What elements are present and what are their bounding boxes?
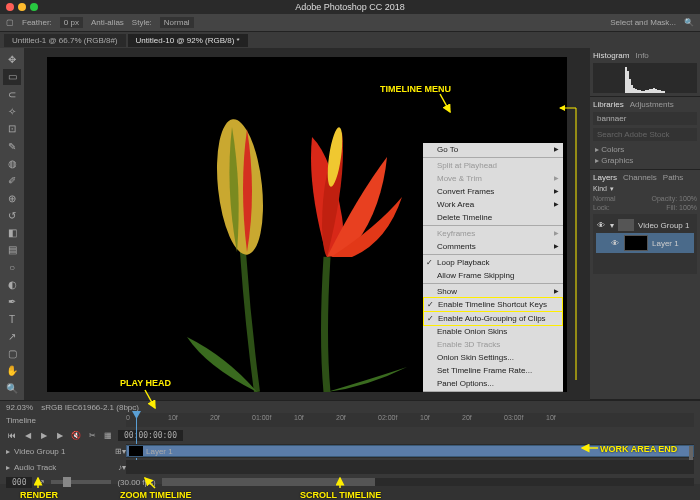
blur-tool-icon[interactable]: ○ bbox=[3, 260, 21, 275]
tab-info[interactable]: Info bbox=[635, 51, 648, 60]
history-brush-icon[interactable]: ↺ bbox=[3, 208, 21, 223]
menu-item[interactable]: Enable Timeline Shortcut Keys bbox=[424, 298, 562, 311]
work-area-end-handle[interactable] bbox=[689, 446, 693, 460]
eyedropper-tool-icon[interactable]: ✎ bbox=[3, 138, 21, 153]
opt-select-mask[interactable]: Select and Mask... bbox=[610, 18, 676, 27]
heal-tool-icon[interactable]: ◍ bbox=[3, 156, 21, 171]
library-section-colors[interactable]: ▸ Colors bbox=[593, 144, 697, 155]
video-track[interactable]: Layer 1 bbox=[126, 444, 694, 458]
menu-item[interactable]: Enable Onion Skins bbox=[423, 325, 563, 338]
opt-style-value[interactable]: Normal bbox=[160, 17, 194, 28]
home-icon[interactable]: ▢ bbox=[6, 18, 14, 27]
tab-libraries[interactable]: Libraries bbox=[593, 100, 624, 109]
crop-tool-icon[interactable]: ⊡ bbox=[3, 121, 21, 136]
tab-adjustments[interactable]: Adjustments bbox=[630, 100, 674, 109]
zoom-tool-icon[interactable]: 🔍 bbox=[3, 381, 21, 396]
tab-layers[interactable]: Layers bbox=[593, 173, 617, 182]
tab-histogram[interactable]: Histogram bbox=[593, 51, 629, 60]
opt-feather-value[interactable]: 0 px bbox=[60, 17, 83, 28]
brush-tool-icon[interactable]: ✐ bbox=[3, 173, 21, 188]
menu-item[interactable]: Allow Frame Skipping bbox=[423, 269, 563, 282]
status-zoom[interactable]: 92.03% bbox=[6, 403, 33, 412]
chevron-right-icon[interactable]: ▸ bbox=[6, 447, 10, 456]
prev-frame-button[interactable]: ◀ bbox=[22, 429, 34, 441]
eraser-tool-icon[interactable]: ◧ bbox=[3, 225, 21, 240]
menu-item: Enable 3D Tracks bbox=[423, 338, 563, 351]
menu-item[interactable]: Set Timeline Frame Rate... bbox=[423, 364, 563, 377]
hand-tool-icon[interactable]: ✋ bbox=[3, 363, 21, 378]
group-name[interactable]: Video Group 1 bbox=[638, 221, 689, 230]
first-frame-button[interactable]: ⏮ bbox=[6, 429, 18, 441]
menu-item[interactable]: Panel Options... bbox=[423, 377, 563, 390]
menu-item[interactable]: Work Area bbox=[423, 198, 563, 211]
layer-name[interactable]: Layer 1 bbox=[652, 239, 679, 248]
histogram-graph bbox=[593, 63, 697, 93]
tab-channels[interactable]: Channels bbox=[623, 173, 657, 182]
timecode[interactable]: 00:00:00:00 bbox=[118, 430, 183, 441]
menu-item[interactable]: Enable Auto-Grouping of Clips bbox=[424, 312, 562, 325]
marquee-tool-icon[interactable]: ▭ bbox=[3, 69, 21, 84]
fill-value[interactable]: 100% bbox=[679, 204, 697, 211]
layer-group-row[interactable]: 👁 ▾ Video Group 1 bbox=[596, 217, 694, 233]
opt-antialias[interactable]: Anti-alias bbox=[91, 18, 124, 27]
menu-item[interactable]: Comments bbox=[423, 240, 563, 253]
clip-thumbnail bbox=[129, 446, 143, 456]
stamp-tool-icon[interactable]: ⊕ bbox=[3, 190, 21, 205]
tab-doc-1[interactable]: Untitled-1 @ 66.7% (RGB/8#) bbox=[4, 34, 126, 47]
library-selector[interactable]: bannaer bbox=[593, 112, 697, 125]
audio-track-label[interactable]: Audio Track bbox=[14, 463, 56, 472]
chevron-right-icon[interactable]: ▸ bbox=[6, 463, 10, 472]
toolbox: ✥ ▭ ⊂ ✧ ⊡ ✎ ◍ ✐ ⊕ ↺ ◧ ▤ ○ ◐ ✒ T ↗ ▢ ✋ 🔍 bbox=[0, 48, 24, 400]
lasso-tool-icon[interactable]: ⊂ bbox=[3, 87, 21, 102]
layer-filter-icon[interactable]: ▾ bbox=[610, 185, 614, 193]
play-button[interactable]: ▶ bbox=[38, 429, 50, 441]
wand-tool-icon[interactable]: ✧ bbox=[3, 104, 21, 119]
type-tool-icon[interactable]: T bbox=[3, 311, 21, 326]
timeline-ruler[interactable]: 010f20f01:00f10f20f02:00f10f20f03:00f10f bbox=[126, 413, 694, 427]
maximize-window-button[interactable] bbox=[30, 3, 38, 11]
transition-button[interactable]: ▦ bbox=[102, 429, 114, 441]
blend-mode[interactable]: Normal bbox=[593, 195, 616, 202]
opacity-value[interactable]: 100% bbox=[679, 195, 697, 202]
gradient-tool-icon[interactable]: ▤ bbox=[3, 242, 21, 257]
render-button[interactable]: ↗ bbox=[38, 478, 45, 487]
library-search[interactable]: Search Adobe Stock bbox=[593, 128, 697, 141]
menu-item[interactable]: Convert Frames bbox=[423, 185, 563, 198]
dodge-tool-icon[interactable]: ◐ bbox=[3, 277, 21, 292]
tab-paths[interactable]: Paths bbox=[663, 173, 683, 182]
split-button[interactable]: ✂ bbox=[86, 429, 98, 441]
layer-row[interactable]: 👁 Layer 1 bbox=[596, 233, 694, 253]
video-track-label[interactable]: Video Group 1 bbox=[14, 447, 65, 456]
menu-item[interactable]: Delete Timeline bbox=[423, 211, 563, 224]
video-clip[interactable]: Layer 1 bbox=[126, 445, 694, 457]
tab-doc-2[interactable]: Untitled-10 @ 92% (RGB/8) * bbox=[128, 34, 248, 47]
menu-item[interactable]: Onion Skin Settings... bbox=[423, 351, 563, 364]
library-section-graphics[interactable]: ▸ Graphics bbox=[593, 155, 697, 166]
add-media-icon[interactable]: ⊞▾ bbox=[115, 447, 126, 456]
minimize-window-button[interactable] bbox=[18, 3, 26, 11]
visibility-toggle-icon[interactable]: 👁 bbox=[610, 239, 620, 248]
visibility-toggle-icon[interactable]: 👁 bbox=[596, 221, 606, 230]
menu-item[interactable]: Loop Playback bbox=[423, 256, 563, 269]
scrollbar-thumb[interactable] bbox=[162, 478, 375, 486]
close-window-button[interactable] bbox=[6, 3, 14, 11]
add-audio-icon[interactable]: ♪▾ bbox=[118, 463, 126, 472]
menu-item[interactable]: Go To bbox=[423, 143, 563, 156]
libraries-panel: Libraries Adjustments bannaer Search Ado… bbox=[590, 97, 700, 170]
chevron-down-icon[interactable]: ▾ bbox=[610, 221, 614, 230]
app-title: Adobe Photoshop CC 2018 bbox=[295, 2, 405, 12]
move-tool-icon[interactable]: ✥ bbox=[3, 52, 21, 67]
search-icon[interactable]: 🔍 bbox=[684, 18, 694, 27]
document-canvas[interactable]: Go ToSplit at PlayheadMove & TrimConvert… bbox=[47, 57, 567, 392]
pen-tool-icon[interactable]: ✒ bbox=[3, 294, 21, 309]
folder-icon bbox=[618, 219, 634, 231]
audio-mute-button[interactable]: 🔇 bbox=[70, 429, 82, 441]
audio-track[interactable] bbox=[126, 460, 694, 474]
timeline-zoom-slider[interactable] bbox=[51, 480, 111, 484]
render-counter[interactable]: 000 bbox=[6, 477, 32, 488]
next-frame-button[interactable]: ▶ bbox=[54, 429, 66, 441]
timeline-scrollbar[interactable] bbox=[162, 478, 694, 486]
shape-tool-icon[interactable]: ▢ bbox=[3, 346, 21, 361]
path-tool-icon[interactable]: ↗ bbox=[3, 329, 21, 344]
menu-item[interactable]: Show bbox=[423, 285, 563, 298]
